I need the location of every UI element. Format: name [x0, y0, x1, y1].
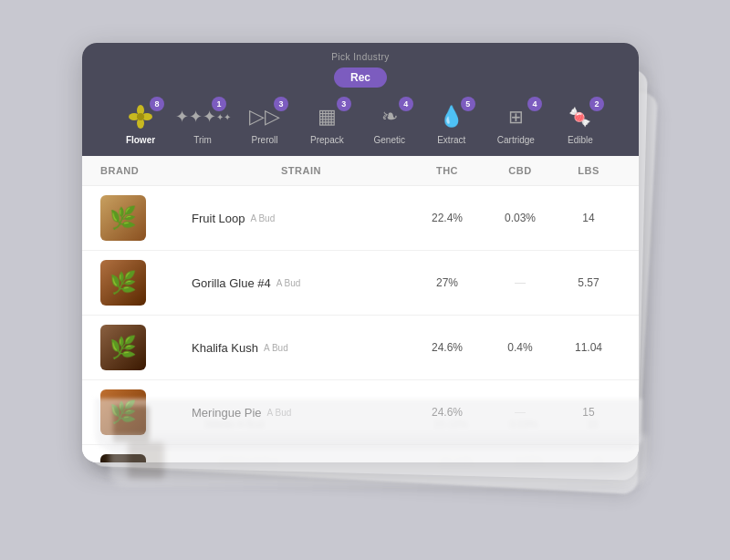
cbd-value: 0.4%	[484, 341, 557, 354]
trim-badge: 1	[212, 97, 226, 111]
preroll-label: Preroll	[252, 135, 278, 145]
svg-point-4	[137, 113, 144, 120]
thc-value: 24.6%	[411, 341, 484, 354]
preroll-badge: 3	[274, 97, 288, 111]
strain-type: A Bud	[251, 213, 276, 223]
table-header: Brand Strain THC CBD LBS	[82, 156, 639, 186]
cartridge-label: Cartridge	[497, 135, 535, 145]
preview-row-2: Stiletto A Bud 23.12% 0.03% 15	[110, 435, 648, 486]
pick-industry-label: Pick Industry	[100, 52, 620, 62]
genetic-badge: 4	[399, 97, 413, 111]
strain-cell: Gorilla Glue #4 A Bud	[192, 276, 411, 290]
table-row[interactable]: 🌿 Khalifa Kush A Bud 24.6% 0.4% 11.04	[82, 316, 639, 380]
trim-label: Trim	[193, 135, 212, 145]
strain-type: A Bud	[276, 278, 301, 288]
cat-tab-prepack[interactable]: 3 ▦ Prepack	[305, 100, 349, 145]
brand-image: 🌿	[100, 195, 146, 241]
edible-label: Edible	[568, 135, 593, 145]
cbd-value: 0.03%	[484, 212, 557, 224]
cat-tab-edible[interactable]: 2 🍬 Edible	[558, 100, 602, 145]
cat-tab-preroll[interactable]: 3 ▷▷ Preroll	[243, 100, 287, 145]
cat-tab-trim[interactable]: 1 ✦✦✦✦✦ Trim	[181, 100, 224, 145]
card-header: Pick Industry Rec 8	[82, 43, 639, 156]
lbs-value: 11.04	[557, 341, 620, 354]
rec-badge-container: Rec	[100, 67, 620, 88]
thc-value: 27%	[411, 276, 484, 289]
table-row[interactable]: 🌿 Fruit Loop A Bud 22.4% 0.03% 14	[82, 186, 639, 251]
cat-tab-genetic[interactable]: 4 ❧ Genetic	[368, 100, 412, 145]
strain-name: Fruit Loop	[192, 212, 245, 225]
cat-tab-cartridge[interactable]: 4 ⊞ Cartridge	[492, 100, 540, 145]
thc-value: 22.4%	[411, 212, 484, 224]
col-brand: Brand	[100, 165, 192, 176]
strain-cell: Fruit Loop A Bud	[192, 212, 411, 225]
flower-badge: 8	[150, 97, 164, 111]
col-cbd: CBD	[484, 165, 557, 176]
cat-tab-flower[interactable]: 8 Flower	[119, 100, 162, 145]
extract-badge: 5	[461, 97, 475, 111]
cartridge-badge: 4	[527, 97, 542, 111]
prepack-badge: 3	[337, 97, 351, 111]
extract-label: Extract	[437, 135, 465, 145]
strain-cell: Khalifa Kush A Bud	[192, 341, 411, 355]
table-row[interactable]: 🌿 Gorilla Glue #4 A Bud 27% — 5.57	[82, 251, 639, 316]
lbs-value: 5.57	[557, 276, 620, 289]
strain-name: Khalifa Kush	[192, 341, 258, 355]
flower-label: Flower	[126, 135, 155, 145]
cat-tab-extract[interactable]: 5 💧 Extract	[430, 100, 474, 145]
lbs-value: 14	[557, 212, 620, 224]
brand-image: 🌿	[100, 325, 146, 370]
brand-image: 🌿	[100, 260, 146, 306]
strain-type: A Bud	[264, 343, 288, 353]
category-tabs: 8 Flower 1 ✦✦✦✦✦ T	[100, 100, 620, 145]
scene: Pick Industry Rec 8	[82, 43, 648, 517]
col-strain: Strain	[192, 165, 411, 176]
col-thc: THC	[411, 165, 484, 176]
cbd-value: —	[484, 276, 557, 289]
genetic-label: Genetic	[374, 135, 405, 145]
prepack-label: Prepack	[310, 135, 344, 145]
col-lbs: LBS	[557, 165, 620, 176]
rec-button[interactable]: Rec	[334, 67, 387, 88]
edible-badge: 2	[589, 97, 604, 111]
strain-name: Gorilla Glue #4	[192, 276, 271, 290]
